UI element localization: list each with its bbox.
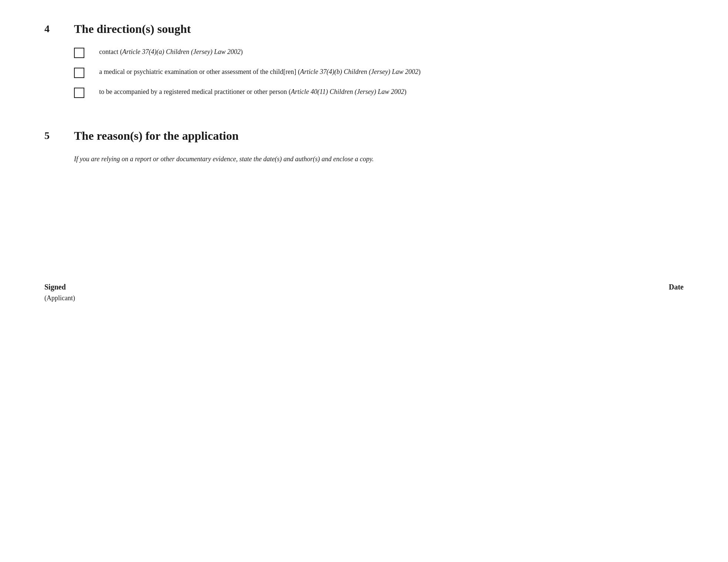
section-4: 4 The direction(s) sought contact (Artic…	[44, 22, 684, 107]
checkbox-item-medical: a medical or psychiatric examination or …	[74, 67, 684, 78]
signature-section: Signed (Applicant) Date	[44, 283, 684, 302]
checkbox-item-accompanied: to be accompanied by a registered medica…	[74, 87, 684, 98]
checkbox-contact-italic: Article 37(4)(a) Children (Jersey) Law 2…	[122, 48, 240, 55]
checkbox-accompanied-italic: Article 40(11) Children (Jersey) Law 200…	[291, 88, 404, 95]
checkbox-accompanied-text: to be accompanied by a registered medica…	[99, 87, 684, 97]
date-label: Date	[669, 283, 684, 302]
section-5-number: 5	[44, 129, 74, 142]
section-5-content: The reason(s) for the application If you…	[74, 129, 684, 172]
checkbox-medical-text: a medical or psychiatric examination or …	[99, 67, 684, 77]
checkbox-list: contact (Article 37(4)(a) Children (Jers…	[74, 47, 684, 98]
signature-block: Signed (Applicant)	[44, 283, 75, 302]
checkbox-item-contact: contact (Article 37(4)(a) Children (Jers…	[74, 47, 684, 58]
checkbox-contact-text: contact (Article 37(4)(a) Children (Jers…	[99, 47, 684, 57]
checkbox-medical[interactable]	[74, 68, 84, 78]
section-5: 5 The reason(s) for the application If y…	[44, 129, 684, 172]
checkbox-accompanied[interactable]	[74, 88, 84, 98]
section-5-title: The reason(s) for the application	[74, 129, 684, 143]
section-5-instruction: If you are relying on a report or other …	[74, 154, 684, 165]
signed-sub: (Applicant)	[44, 294, 75, 302]
checkbox-medical-italic: Article 37(4)(b) Children (Jersey) Law 2…	[300, 68, 418, 75]
section-4-number: 4	[44, 22, 74, 35]
section-4-title: The direction(s) sought	[74, 22, 684, 36]
checkbox-contact[interactable]	[74, 48, 84, 58]
signed-label: Signed	[44, 283, 75, 291]
section-4-content: The direction(s) sought contact (Article…	[74, 22, 684, 107]
